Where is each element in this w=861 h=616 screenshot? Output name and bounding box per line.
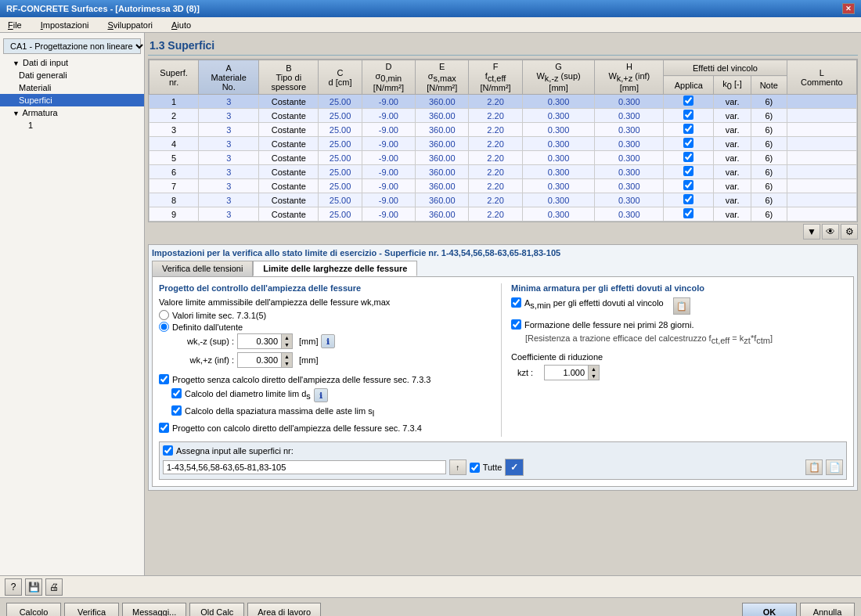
wk-inf-down[interactable]: ▼ bbox=[281, 360, 292, 367]
applica-checkbox[interactable] bbox=[683, 166, 693, 176]
kzt-down[interactable]: ▼ bbox=[588, 373, 599, 380]
check-assign[interactable] bbox=[163, 445, 173, 456]
cell-wk-inf: 0.300 bbox=[595, 193, 664, 207]
area-lavoro-button[interactable]: Area di lavoro bbox=[247, 603, 321, 617]
wk-inf-up[interactable]: ▲ bbox=[281, 353, 292, 360]
kzt-row: kzt : ▲ ▼ bbox=[511, 365, 847, 380]
wk-sup-input[interactable] bbox=[238, 336, 281, 347]
applica-checkbox[interactable] bbox=[683, 138, 693, 148]
check-diametro[interactable] bbox=[171, 388, 182, 398]
sidebar-item-materiali[interactable]: Materiali bbox=[0, 81, 144, 94]
kzt-input[interactable] bbox=[545, 367, 588, 378]
check-spaziatura[interactable] bbox=[171, 405, 182, 416]
paste-btn[interactable]: 📄 bbox=[826, 459, 843, 475]
table-row[interactable]: 8 3 Costante 25.00 -9.00 360.00 2.20 0.3… bbox=[150, 193, 857, 207]
cell-commento bbox=[787, 193, 856, 207]
wk-inf-input[interactable] bbox=[238, 355, 281, 366]
cell-applica[interactable] bbox=[664, 151, 714, 165]
cell-d: 25.00 bbox=[319, 151, 362, 165]
wk-inf-spin: ▲ ▼ bbox=[281, 353, 292, 367]
sidebar-dropdown[interactable]: CA1 - Progettazione non lineare bbox=[3, 38, 141, 54]
check-progetto-con[interactable] bbox=[159, 423, 169, 433]
info-btn-2[interactable]: ℹ bbox=[314, 388, 328, 402]
save-icon-btn[interactable]: 💾 bbox=[25, 578, 42, 596]
kzt-input-container[interactable]: ▲ ▼ bbox=[544, 365, 600, 380]
table-row[interactable]: 6 3 Costante 25.00 -9.00 360.00 2.20 0.3… bbox=[150, 165, 857, 179]
applica-checkbox[interactable] bbox=[683, 208, 693, 218]
sidebar-item-dati-input[interactable]: ▼ Dati di input bbox=[0, 56, 144, 69]
check-tutte[interactable] bbox=[470, 463, 480, 473]
cell-applica[interactable] bbox=[664, 123, 714, 137]
info-btn-1[interactable]: ℹ bbox=[321, 334, 335, 348]
old-calc-button[interactable]: Old Calc bbox=[189, 603, 244, 617]
applica-checkbox[interactable] bbox=[683, 194, 693, 204]
check-formazione[interactable] bbox=[511, 319, 521, 330]
table-row[interactable]: 2 3 Costante 25.00 -9.00 360.00 2.20 0.3… bbox=[150, 109, 857, 123]
apply-btn[interactable]: ✓ bbox=[505, 459, 524, 476]
messaggi-button[interactable]: Messaggi... bbox=[122, 603, 186, 617]
tab-verifica[interactable]: Verifica delle tensioni bbox=[152, 261, 253, 276]
filter-btn[interactable]: ▼ bbox=[803, 224, 820, 240]
tab-limite[interactable]: Limite delle larghezze delle fessure bbox=[253, 261, 417, 276]
as-min-detail-btn[interactable]: 📋 bbox=[673, 297, 690, 315]
table-row[interactable]: 9 3 Costante 25.00 -9.00 360.00 2.20 0.3… bbox=[150, 207, 857, 222]
cell-wk-sup: 0.300 bbox=[522, 137, 595, 151]
applica-checkbox[interactable] bbox=[683, 180, 693, 190]
table-row[interactable]: 1 3 Costante 25.00 -9.00 360.00 2.20 0.3… bbox=[150, 95, 857, 109]
help-icon-btn[interactable]: ? bbox=[5, 578, 22, 596]
cell-applica[interactable] bbox=[664, 137, 714, 151]
surface-nr-input[interactable] bbox=[163, 460, 446, 474]
applica-checkbox[interactable] bbox=[683, 95, 693, 106]
sidebar-item-armatura[interactable]: ▼ Armatura bbox=[0, 106, 144, 119]
title-text: RF-CONCRETE Surfaces - [Autorimessa 3D (… bbox=[6, 4, 200, 13]
menu-aiuto[interactable]: Aiuto bbox=[167, 19, 196, 31]
table-row[interactable]: 4 3 Costante 25.00 -9.00 360.00 2.20 0.3… bbox=[150, 137, 857, 151]
cell-applica[interactable] bbox=[664, 193, 714, 207]
cell-tipo: Costante bbox=[259, 123, 319, 137]
cell-d: 25.00 bbox=[319, 95, 362, 109]
sidebar-item-arm-1[interactable]: 1 bbox=[0, 119, 144, 131]
applica-checkbox[interactable] bbox=[683, 124, 693, 134]
wk-sup-down[interactable]: ▼ bbox=[281, 341, 292, 348]
table-container: Superf.nr. AMaterialeNo. BTipo dispessor… bbox=[148, 59, 858, 222]
checks-container: Progetto senza calcolo diretto dell'ampi… bbox=[159, 374, 495, 434]
cell-applica[interactable] bbox=[664, 109, 714, 123]
cell-applica[interactable] bbox=[664, 207, 714, 222]
cell-applica[interactable] bbox=[664, 179, 714, 193]
radio-limit-sec[interactable] bbox=[159, 310, 169, 320]
ca-select[interactable]: CA1 - Progettazione non lineare bbox=[7, 41, 146, 52]
cell-applica[interactable] bbox=[664, 95, 714, 109]
wk-sup-input-container[interactable]: ▲ ▼ bbox=[237, 333, 293, 349]
applica-checkbox[interactable] bbox=[683, 110, 693, 120]
print-icon-btn[interactable]: 🖨 bbox=[45, 578, 63, 596]
cell-k0: var. bbox=[714, 193, 751, 207]
cell-applica[interactable] bbox=[664, 165, 714, 179]
sidebar-item-superfici[interactable]: Superfici bbox=[0, 94, 144, 106]
view-btn[interactable]: 👁 bbox=[822, 224, 839, 240]
cell-fct: 2.20 bbox=[469, 109, 522, 123]
check-progetto-senza[interactable] bbox=[159, 374, 169, 384]
surface-select-btn[interactable]: ↑ bbox=[449, 459, 467, 475]
menu-file[interactable]: File bbox=[3, 19, 27, 31]
menu-impostazioni[interactable]: Impostazioni bbox=[36, 19, 94, 31]
check-as-min[interactable] bbox=[511, 297, 521, 308]
kzt-up[interactable]: ▲ bbox=[588, 366, 599, 373]
sidebar-item-dati-generali[interactable]: Dati generali bbox=[0, 69, 144, 81]
wk-sup-up[interactable]: ▲ bbox=[281, 334, 292, 341]
table-row[interactable]: 5 3 Costante 25.00 -9.00 360.00 2.20 0.3… bbox=[150, 151, 857, 165]
kzt-spin: ▲ ▼ bbox=[588, 366, 599, 380]
radio-definito[interactable] bbox=[159, 322, 169, 332]
applica-checkbox[interactable] bbox=[683, 152, 693, 162]
menu-sviluppatori[interactable]: Sviluppatori bbox=[103, 19, 157, 31]
annulla-button[interactable]: Annulla bbox=[800, 603, 855, 617]
verifica-button[interactable]: Verifica bbox=[64, 603, 119, 617]
table-row[interactable]: 3 3 Costante 25.00 -9.00 360.00 2.20 0.3… bbox=[150, 123, 857, 137]
settings-btn[interactable]: ⚙ bbox=[841, 224, 858, 240]
table-row[interactable]: 7 3 Costante 25.00 -9.00 360.00 2.20 0.3… bbox=[150, 179, 857, 193]
copy-btn[interactable]: 📋 bbox=[805, 459, 823, 475]
calcolo-button[interactable]: Calcolo bbox=[6, 603, 61, 617]
wk-inf-input-container[interactable]: ▲ ▼ bbox=[237, 352, 293, 368]
ok-button[interactable]: OK bbox=[742, 603, 797, 617]
close-button[interactable]: ✕ bbox=[842, 3, 855, 14]
tutte-label: Tutte bbox=[483, 463, 503, 472]
